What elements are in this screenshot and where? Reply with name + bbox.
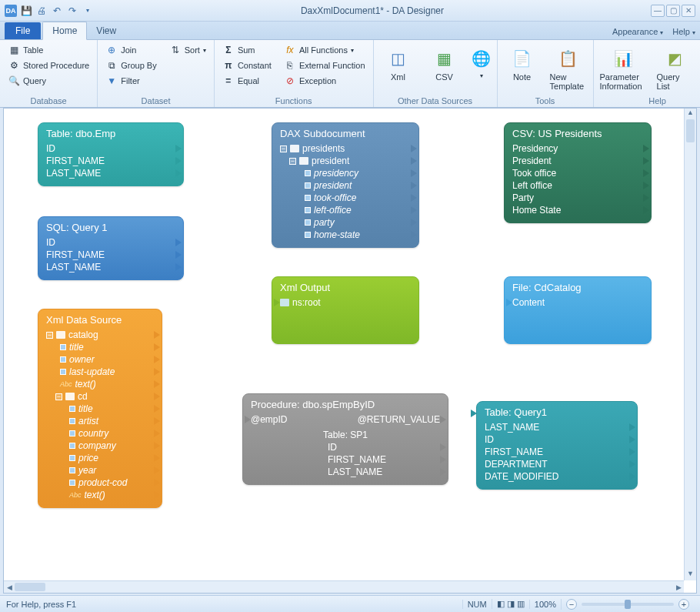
note-button[interactable]: 📄Note <box>504 43 541 95</box>
minimize-button[interactable]: — <box>651 5 665 17</box>
node-sql-query1[interactable]: SQL: Query 1 ID FIRST_NAME LAST_NAME <box>38 216 184 280</box>
field-row[interactable]: ns:root <box>280 296 411 309</box>
view-tab[interactable]: View <box>87 22 125 39</box>
field-row[interactable]: Took office <box>512 167 643 179</box>
tree-row[interactable]: −president <box>280 155 411 167</box>
tree-leaf[interactable]: price <box>46 452 154 464</box>
scroll-thumb[interactable] <box>15 583 45 591</box>
view-mode-buttons[interactable]: ◧ ◨ ▥ <box>492 599 529 609</box>
more-sources-button[interactable]: 🌐▾ <box>472 43 491 95</box>
field-row[interactable]: Presidency <box>512 142 643 155</box>
tree-leaf[interactable]: left-office <box>280 204 411 216</box>
field-row[interactable]: DATE_MODIFIED <box>485 470 629 483</box>
field-row[interactable]: FIRST_NAME <box>46 249 175 261</box>
groupby-button[interactable]: ⧉Group By <box>104 59 158 72</box>
node-csv-presidents[interactable]: CSV: US Presidents Presidency President … <box>504 122 652 223</box>
file-tab[interactable]: File <box>5 22 41 39</box>
tree-leaf[interactable]: product-cod <box>46 477 154 489</box>
query-button[interactable]: 🔍Query <box>6 74 91 88</box>
tree-row[interactable]: −catalog <box>46 329 154 341</box>
node-dax-subdocument[interactable]: DAX Subdocument −presidents −president p… <box>272 122 419 248</box>
new-template-button[interactable]: 📋New Template <box>550 43 587 95</box>
field-row[interactable]: Content <box>512 296 643 309</box>
field-row[interactable]: Home State <box>512 204 643 216</box>
zoom-slider[interactable] <box>582 603 674 606</box>
table-button[interactable]: ▦Table <box>6 43 91 57</box>
tree-leaf[interactable]: title <box>46 341 154 353</box>
save-icon[interactable]: 💾 <box>20 5 32 17</box>
tree-leaf[interactable]: party <box>280 216 411 229</box>
field-row[interactable]: ID <box>46 236 175 249</box>
home-tab[interactable]: Home <box>42 22 87 40</box>
csv-button[interactable]: ▦CSV <box>426 43 463 95</box>
field-row[interactable]: ID <box>485 433 629 446</box>
field-row[interactable]: LAST_NAME <box>251 466 440 478</box>
field-row[interactable]: FIRST_NAME <box>251 453 440 466</box>
tree-leaf[interactable]: title <box>46 403 154 415</box>
stored-procedure-button[interactable]: ⚙Stored Procedure <box>6 59 91 72</box>
field-row[interactable]: LAST_NAME <box>46 167 175 179</box>
tree-leaf[interactable]: presidency <box>280 167 411 179</box>
zoom-out-button[interactable]: − <box>566 599 577 610</box>
field-row[interactable]: LAST_NAME <box>485 421 629 433</box>
print-icon[interactable]: 🖨 <box>35 5 48 17</box>
field-row[interactable]: ID <box>46 142 175 155</box>
node-file-cdcatalog[interactable]: File: CdCatalog Content <box>504 276 652 344</box>
tree-leaf[interactable]: Abctext() <box>46 489 154 501</box>
design-canvas[interactable]: Table: dbo.Emp ID FIRST_NAME LAST_NAME S… <box>4 109 684 580</box>
node-table-emp[interactable]: Table: dbo.Emp ID FIRST_NAME LAST_NAME <box>38 122 184 186</box>
tree-leaf[interactable]: artist <box>46 415 154 427</box>
redo-icon[interactable]: ↷ <box>66 5 78 17</box>
maximize-button[interactable]: ▢ <box>666 5 680 17</box>
appearance-menu[interactable]: Appearance ▾ <box>608 24 668 39</box>
field-row[interactable]: DEPARTMENT <box>485 458 629 470</box>
sort-button[interactable]: ⇅Sort ▾ <box>168 43 208 57</box>
tree-leaf[interactable]: country <box>46 427 154 440</box>
sum-button[interactable]: ΣSum <box>221 43 273 57</box>
tree-row[interactable]: −cd <box>46 390 154 403</box>
qat-dropdown-icon[interactable]: ▾ <box>82 5 94 17</box>
tree-row[interactable]: −presidents <box>280 142 411 155</box>
close-button[interactable]: ✕ <box>682 5 695 17</box>
scroll-right-icon[interactable]: ▶ <box>673 581 684 593</box>
tree-leaf[interactable]: year <box>46 464 154 477</box>
zoom-in-button[interactable]: + <box>678 599 689 610</box>
tree-leaf[interactable]: last-update <box>46 366 154 378</box>
filter-button[interactable]: ▼Filter <box>104 74 158 88</box>
horizontal-scrollbar[interactable]: ◀▶ <box>4 580 684 593</box>
param-info-button[interactable]: 📊Parameter Information <box>600 43 648 95</box>
scroll-thumb[interactable] <box>686 119 695 142</box>
query-list-button[interactable]: ◩Query List <box>657 43 694 95</box>
field-row[interactable]: FIRST_NAME <box>46 155 175 167</box>
field-row[interactable]: FIRST_NAME <box>485 446 629 458</box>
node-table-query1[interactable]: Table: Query1 LAST_NAME ID FIRST_NAME DE… <box>476 401 638 490</box>
tree-leaf[interactable]: company <box>46 440 154 452</box>
node-xml-data-source[interactable]: Xml Data Source −catalog title owner las… <box>38 309 162 508</box>
node-xml-output[interactable]: Xml Output ns:root <box>272 276 419 344</box>
constant-button[interactable]: πConstant <box>221 59 273 72</box>
tree-leaf[interactable]: owner <box>46 353 154 366</box>
tree-leaf[interactable]: took-office <box>280 192 411 204</box>
scroll-down-icon[interactable]: ▼ <box>685 570 696 580</box>
field-row[interactable]: Left office <box>512 179 643 192</box>
field-row[interactable]: ID <box>251 441 440 453</box>
help-menu[interactable]: Help ▾ <box>668 24 700 39</box>
collapse-icon[interactable]: − <box>46 332 53 339</box>
collapse-icon[interactable]: − <box>55 393 62 400</box>
collapse-icon[interactable]: − <box>289 158 296 165</box>
scroll-up-icon[interactable]: ▲ <box>685 109 696 119</box>
field-row[interactable]: President <box>512 155 643 167</box>
field-row[interactable]: LAST_NAME <box>46 261 175 273</box>
collapse-icon[interactable]: − <box>280 145 287 152</box>
all-functions-button[interactable]: fxAll Functions ▾ <box>282 43 367 57</box>
xml-button[interactable]: ◫Xml <box>380 43 417 95</box>
vertical-scrollbar[interactable]: ▲▼ <box>684 109 696 580</box>
tree-leaf[interactable]: Abctext() <box>46 378 154 390</box>
param-row[interactable]: @empID@RETURN_VALUE <box>251 413 440 426</box>
equal-button[interactable]: =Equal <box>221 74 273 88</box>
join-button[interactable]: ⊕Join <box>104 43 158 57</box>
undo-icon[interactable]: ↶ <box>51 5 63 17</box>
tree-leaf[interactable]: president <box>280 179 411 192</box>
scroll-left-icon[interactable]: ◀ <box>4 581 15 593</box>
node-procedure-spempbyid[interactable]: Procedure: dbo.spEmpByID @empID@RETURN_V… <box>242 393 448 485</box>
